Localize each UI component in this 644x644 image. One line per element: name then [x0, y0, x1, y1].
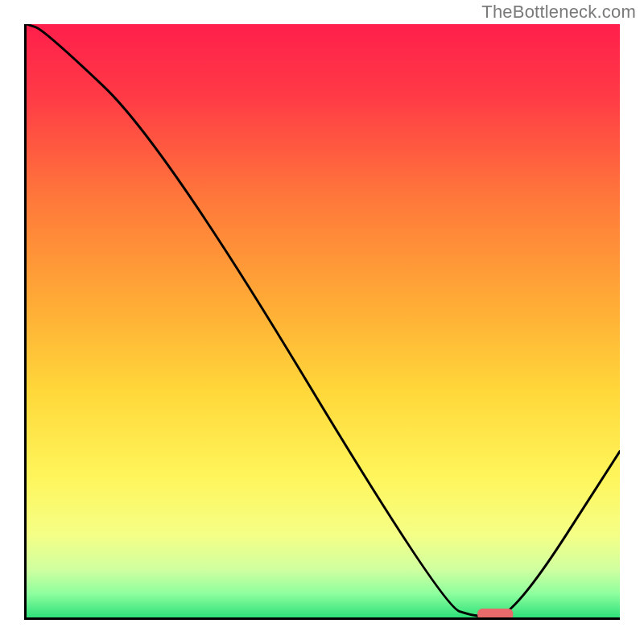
optimum-marker-layer	[27, 24, 620, 617]
watermark-text: TheBottleneck.com	[481, 2, 636, 23]
optimum-marker	[477, 609, 513, 617]
chart-stage: TheBottleneck.com	[0, 0, 644, 644]
plot-area	[24, 24, 620, 620]
